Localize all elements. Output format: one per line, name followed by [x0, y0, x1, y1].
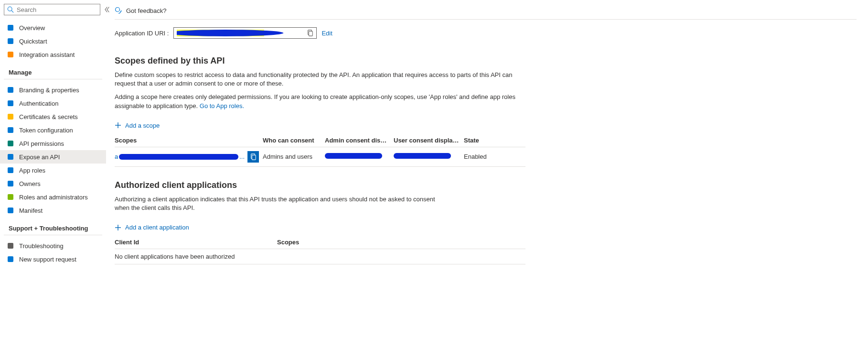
scopes-desc-2-text: Adding a scope here creates only delegat…	[115, 93, 515, 109]
svg-rect-12	[8, 181, 13, 186]
sidebar-item-quickstart[interactable]: Quickstart	[0, 34, 106, 48]
nav-heading-manage: Manage	[4, 65, 102, 79]
svg-rect-13	[8, 194, 13, 200]
svg-point-17	[116, 8, 120, 12]
nav-icon	[7, 255, 14, 263]
svg-rect-2	[8, 25, 13, 31]
nav-icon	[7, 207, 14, 214]
scope-state-cell: Enabled	[464, 153, 502, 160]
copy-icon[interactable]	[306, 29, 314, 37]
nav-icon	[7, 153, 14, 161]
sidebar-item-integration-assistant[interactable]: Integration assistant	[0, 48, 106, 61]
svg-point-0	[8, 7, 12, 11]
search-icon	[7, 6, 14, 13]
add-scope-label: Add a scope	[125, 122, 160, 129]
scope-row[interactable]: a ... Admins and users Enabled	[115, 147, 525, 166]
nav-label: Certificates & secrets	[19, 113, 78, 120]
scopes-table: Scopes Who can consent Admin consent dis…	[115, 134, 525, 167]
sidebar-item-new-support-request[interactable]: New support request	[0, 252, 106, 266]
sidebar-item-manifest[interactable]: Manifest	[0, 204, 106, 217]
nav-icon	[7, 86, 14, 94]
copy-scope-button[interactable]	[247, 151, 259, 163]
svg-point-19	[177, 30, 283, 36]
svg-rect-4	[8, 52, 13, 57]
sidebar: OverviewQuickstartIntegration assistant …	[0, 0, 106, 350]
svg-rect-15	[8, 243, 13, 249]
search-input[interactable]	[17, 6, 97, 13]
nav-label: Quickstart	[19, 38, 47, 45]
edit-link[interactable]: Edit	[321, 30, 332, 37]
feedback-link[interactable]: Got feedback?	[115, 4, 857, 20]
nav-label: Owners	[19, 180, 41, 187]
redacted-user-consent	[394, 153, 451, 159]
sidebar-item-roles-and-administrators[interactable]: Roles and administrators	[0, 190, 106, 204]
sidebar-item-token-configuration[interactable]: Token configuration	[0, 123, 106, 137]
nav-label: Troubleshooting	[19, 242, 64, 250]
sidebar-item-troubleshooting[interactable]: Troubleshooting	[0, 239, 106, 252]
svg-rect-5	[8, 87, 13, 93]
feedback-label: Got feedback?	[126, 7, 167, 14]
scopes-title: Scopes defined by this API	[115, 56, 857, 66]
svg-rect-6	[8, 100, 13, 106]
search-box[interactable]	[4, 4, 100, 15]
feedback-icon	[115, 7, 122, 14]
nav-icon	[7, 166, 14, 174]
nav-icon	[7, 242, 14, 250]
nav-icon	[7, 24, 14, 32]
scopes-table-head: Scopes Who can consent Admin consent dis…	[115, 134, 525, 147]
plus-icon	[115, 122, 121, 129]
sidebar-item-expose-an-api[interactable]: Expose an API	[0, 150, 106, 164]
sidebar-item-api-permissions[interactable]: API permissions	[0, 137, 106, 150]
nav-icon	[7, 37, 14, 45]
nav-icon	[7, 99, 14, 107]
svg-line-1	[11, 11, 13, 12]
nav-label: Token configuration	[19, 127, 73, 134]
col-client-scopes: Scopes	[277, 239, 420, 246]
app-id-field[interactable]	[173, 27, 317, 39]
nav-icon	[7, 126, 14, 134]
clients-title: Authorized client applications	[115, 180, 857, 190]
clients-desc: Authorizing a client application indicat…	[115, 195, 444, 212]
svg-rect-3	[8, 38, 13, 44]
scope-user-cell	[394, 153, 464, 160]
go-to-app-roles-link[interactable]: Go to App roles.	[200, 102, 244, 109]
main-content: Got feedback? Application ID URI : Edit …	[106, 0, 868, 350]
sidebar-item-owners[interactable]: Owners	[0, 177, 106, 190]
sidebar-item-overview[interactable]: Overview	[0, 21, 106, 34]
scopes-desc-1: Define custom scopes to restrict access …	[115, 71, 530, 88]
col-user: User consent display na...	[394, 137, 464, 144]
nav-label: Manifest	[19, 207, 43, 214]
clients-empty-row: No client applications have been authori…	[115, 249, 525, 264]
nav-icon	[7, 51, 14, 58]
nav-top: OverviewQuickstartIntegration assistant	[0, 19, 106, 63]
svg-rect-16	[8, 256, 13, 262]
nav-support: TroubleshootingNew support request	[0, 237, 106, 268]
redacted-admin-consent	[325, 153, 382, 159]
svg-rect-11	[8, 167, 13, 173]
nav-label: Expose an API	[19, 153, 60, 161]
col-who: Who can consent	[263, 137, 325, 144]
nav-label: Authentication	[19, 100, 58, 107]
scope-who-cell: Admins and users	[263, 153, 325, 160]
col-scopes: Scopes	[115, 137, 263, 144]
sidebar-item-authentication[interactable]: Authentication	[0, 97, 106, 110]
nav-icon	[7, 140, 14, 147]
add-client-button[interactable]: Add a client application	[115, 224, 189, 231]
sidebar-item-app-roles[interactable]: App roles	[0, 164, 106, 177]
nav-icon	[7, 193, 14, 201]
scope-name-cell: a ...	[115, 151, 263, 163]
col-admin: Admin consent display ...	[325, 137, 394, 144]
app-id-row: Application ID URI : Edit	[115, 20, 857, 43]
svg-rect-10	[8, 154, 13, 160]
clients-table-head: Client Id Scopes	[115, 236, 525, 249]
plus-icon	[115, 224, 121, 231]
add-client-label: Add a client application	[125, 224, 189, 231]
sidebar-item-branding-properties[interactable]: Branding & properties	[0, 83, 106, 97]
nav-heading-support: Support + Troubleshooting	[4, 221, 102, 235]
add-scope-button[interactable]: Add a scope	[115, 122, 160, 129]
sidebar-item-certificates-secrets[interactable]: Certificates & secrets	[0, 110, 106, 123]
nav-icon	[7, 113, 14, 120]
app-id-label: Application ID URI :	[115, 30, 169, 37]
clients-table: Client Id Scopes No client applications …	[115, 236, 525, 264]
redacted-scope-name	[119, 154, 238, 160]
